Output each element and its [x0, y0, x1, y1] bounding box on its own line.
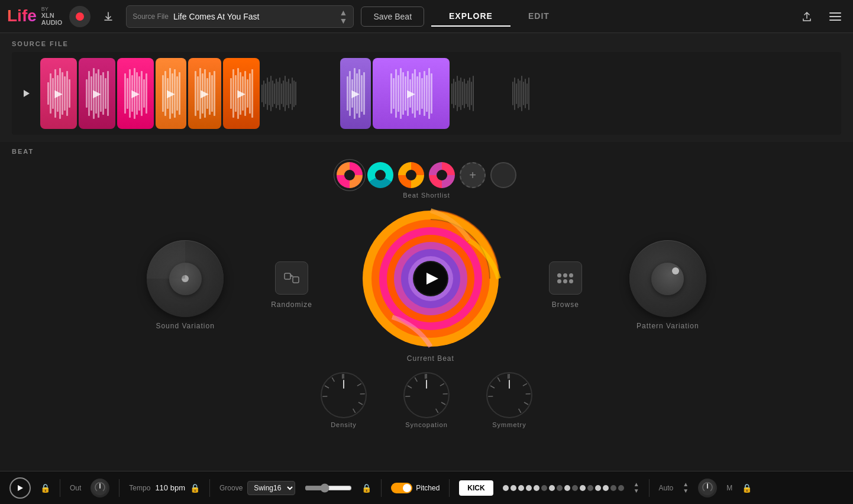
- menu-line-icon: [829, 16, 841, 17]
- waveform-segment[interactable]: ▶: [40, 58, 77, 129]
- step-dot[interactable]: [587, 485, 593, 491]
- tab-explore[interactable]: EXPLORE: [431, 7, 510, 27]
- svg-line-38: [524, 402, 528, 405]
- shortlist-item-1[interactable]: [337, 162, 363, 188]
- shortlist-icons: +: [337, 162, 516, 188]
- auto-arrow-down-icon: ▼: [683, 488, 689, 494]
- step-dot[interactable]: [549, 485, 555, 491]
- waveform-play-button[interactable]: [18, 85, 34, 102]
- source-file-selector[interactable]: Source File Life Comes At You Fast ▲▼: [126, 5, 354, 28]
- svg-line-42: [518, 409, 522, 413]
- beat-controls: Sound Variation Randomize: [12, 208, 841, 363]
- logo-by-text: BY: [41, 7, 62, 12]
- beat-section-label: BEAT: [12, 148, 841, 155]
- share-icon: [801, 11, 813, 22]
- shortlist-item-2[interactable]: [367, 162, 393, 188]
- tempo-section: Tempo 110 bpm 🔒: [129, 483, 200, 493]
- shortlist-add-button[interactable]: +: [460, 162, 486, 188]
- right-lock-icon[interactable]: 🔒: [742, 483, 752, 493]
- lock-icon[interactable]: 🔒: [40, 483, 50, 493]
- right-knob[interactable]: [698, 479, 717, 497]
- bottom-knobs: Density: [320, 371, 533, 428]
- groove-slider[interactable]: [305, 483, 352, 493]
- shortlist-item-4[interactable]: [429, 162, 455, 188]
- density-knob[interactable]: [320, 371, 367, 419]
- randomize-svg-icon: [283, 270, 300, 286]
- auto-arrows[interactable]: ▲ ▼: [683, 482, 689, 494]
- play-pause-button[interactable]: [9, 477, 31, 499]
- groove-section: Groove Swing16 Swing8 Straight: [219, 481, 295, 495]
- symmetry-knob[interactable]: [486, 371, 533, 419]
- syncopation-label: Syncopation: [405, 421, 448, 428]
- waveform-segment[interactable]: ▶: [373, 58, 450, 129]
- pattern-variation-knob[interactable]: [629, 240, 706, 317]
- svg-line-27: [441, 402, 445, 405]
- step-dot[interactable]: [510, 485, 516, 491]
- menu-button[interactable]: [825, 6, 846, 27]
- record-button[interactable]: [69, 6, 91, 27]
- browse-container[interactable]: Browse: [549, 261, 582, 309]
- randomize-container[interactable]: Randomize: [271, 261, 312, 309]
- arrow-down-icon: ▼: [634, 488, 639, 494]
- beat-circle[interactable]: [360, 208, 502, 350]
- step-dot[interactable]: [564, 485, 570, 491]
- sound-variation-knob[interactable]: [147, 240, 224, 317]
- tempo-lock-icon[interactable]: 🔒: [190, 483, 200, 493]
- step-dot[interactable]: [572, 485, 578, 491]
- waveform-segment[interactable]: ▶: [188, 58, 221, 129]
- step-dot[interactable]: [518, 485, 524, 491]
- browse-label: Browse: [552, 301, 579, 309]
- waveform-track: ▶ ▶ ▶ ▶: [40, 55, 835, 132]
- svg-line-32: [405, 395, 410, 399]
- knob-dot-icon: [182, 275, 189, 282]
- pitched-toggle-switch[interactable]: [391, 483, 412, 493]
- step-dot[interactable]: [541, 485, 547, 491]
- out-knob[interactable]: [91, 479, 109, 497]
- segment-play-icon: ▶: [93, 87, 101, 100]
- m-label: M: [726, 484, 732, 492]
- save-beat-button[interactable]: Save Beat: [361, 7, 424, 27]
- nav-tabs: EXPLORE EDIT: [431, 7, 567, 27]
- divider: [60, 479, 60, 497]
- step-dot[interactable]: [580, 485, 586, 491]
- step-dot[interactable]: [603, 485, 609, 491]
- density-label: Density: [331, 421, 357, 428]
- beat-circle-container: Current Beat: [360, 208, 502, 363]
- waveform-segment[interactable]: ▶: [340, 58, 371, 129]
- kick-button[interactable]: KICK: [459, 480, 493, 496]
- waveform-segment[interactable]: ▶: [79, 58, 115, 129]
- groove-label: Groove: [219, 484, 243, 492]
- gap-waveform-bars: [451, 65, 474, 122]
- waveform-gap: [512, 58, 560, 129]
- step-dot[interactable]: [595, 485, 601, 491]
- step-dot[interactable]: [534, 485, 539, 491]
- step-dot[interactable]: [618, 485, 624, 491]
- waveform-segment[interactable]: ▶: [223, 58, 260, 129]
- segment-play-icon: ▶: [407, 87, 415, 100]
- download-button[interactable]: [98, 6, 119, 27]
- source-arrows-icon[interactable]: ▲▼: [340, 8, 348, 25]
- waveform-gap: [451, 58, 510, 129]
- waveform-segment[interactable]: ▶: [156, 58, 186, 129]
- shortlist-item-3[interactable]: [398, 162, 424, 188]
- svg-line-26: [443, 392, 448, 396]
- step-arrows[interactable]: ▲ ▼: [634, 482, 639, 494]
- share-button[interactable]: [796, 6, 818, 27]
- symmetry-knob-svg: [486, 371, 533, 419]
- play-icon: [21, 89, 31, 98]
- out-label: Out: [70, 484, 81, 492]
- divider: [649, 479, 650, 497]
- tab-edit[interactable]: EDIT: [510, 7, 567, 27]
- tempo-value: 110 bpm: [155, 483, 185, 492]
- arrow-up-icon: ▲: [634, 482, 639, 487]
- beat-content: + Beat Shortlist Sound Variation: [12, 160, 841, 428]
- waveform-segment[interactable]: ▶: [117, 58, 154, 129]
- step-dot[interactable]: [557, 485, 563, 491]
- groove-select[interactable]: Swing16 Swing8 Straight: [247, 481, 295, 495]
- step-dot[interactable]: [503, 485, 509, 491]
- svg-point-23: [404, 373, 449, 418]
- step-dot[interactable]: [526, 485, 532, 491]
- step-dot[interactable]: [610, 485, 616, 491]
- groove-lock-icon[interactable]: 🔒: [361, 483, 371, 493]
- syncopation-knob[interactable]: [403, 371, 450, 419]
